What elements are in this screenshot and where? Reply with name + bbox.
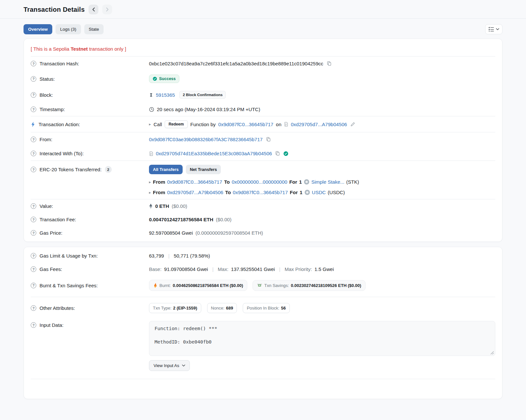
status-badge: Success (149, 75, 179, 83)
txn-type-key: Txn Type: (153, 306, 172, 311)
other-attributes-label: Other Attributes: (40, 305, 75, 311)
max-fee-key: Max: (218, 266, 229, 272)
transfer-to-link[interactable]: 0x9d087fC0...36645b717 (233, 190, 288, 195)
fire-icon (153, 283, 157, 288)
net-transfers-button[interactable]: Net Transfers (186, 165, 221, 174)
expand-caret-icon[interactable]: ▸ (149, 122, 151, 126)
copy-icon (266, 137, 271, 142)
row-transaction-hash: ? Transaction Hash: 0xbc1e023c07d18ea9a7… (31, 57, 495, 71)
help-icon: ? (31, 61, 36, 66)
page-title: Transaction Details (24, 6, 85, 13)
checklist-icon (488, 27, 494, 32)
gas-usage-value: 50,771 (79.58%) (174, 253, 210, 259)
action-contract-link[interactable]: 0xd29705d7...A79b04506 (291, 122, 347, 127)
input-data-label: Input Data: (40, 322, 63, 328)
burnt-value: 0.004625086218756584 ETH ($0.00) (173, 283, 243, 288)
txn-savings-value: 0.002302746218109526 ETH ($0.00) (291, 283, 361, 288)
copy-tx-hash-button[interactable] (326, 60, 332, 67)
row-other-attributes: ? Other Attributes: Txn Type: 2 (EIP-155… (31, 299, 495, 317)
token-icon (304, 190, 310, 195)
row-erc20-transfers: ? ERC-20 Tokens Transferred: 2 All Trans… (31, 161, 495, 199)
lightning-icon (31, 122, 35, 127)
tx-hash-label: Transaction Hash: (40, 61, 79, 66)
row-gas-price: ? Gas Price: 92.597008504 Gwei (0.000000… (31, 226, 495, 240)
from-address-link[interactable]: 0x9d087fC03ae39b088326b67fA3C788236645b7… (149, 137, 263, 142)
separator: | (167, 253, 171, 259)
copy-from-address-button[interactable] (265, 136, 271, 143)
overview-card: [ This is a Sepolia Testnet transaction … (24, 39, 502, 242)
divider (31, 379, 495, 379)
copy-icon (327, 61, 332, 66)
timestamp-value: 20 secs ago (May-16-2024 03:19:24 PM +UT… (157, 107, 260, 112)
help-icon: ? (31, 167, 36, 172)
verified-check-icon (283, 151, 288, 156)
all-transfers-button[interactable]: All Transfers (149, 165, 183, 174)
tab-logs[interactable]: Logs (3) (56, 24, 81, 34)
burnt-fee-badge: Burnt: 0.004625086218756584 ETH ($0.00) (149, 280, 247, 291)
token-name-link[interactable]: Simple Stake... (311, 179, 344, 185)
copy-to-address-button[interactable] (274, 150, 281, 157)
transfer-to-word: To (225, 190, 231, 195)
nonce-key: Nonce: (211, 306, 224, 311)
expand-caret-icon[interactable]: ▸ (149, 190, 151, 195)
view-input-as-label: View Input As (154, 363, 179, 368)
transfer-for-word: For (289, 179, 297, 185)
edit-note-button[interactable] (350, 121, 356, 127)
transfer-to-link[interactable]: 0x00000000...000000000 (232, 179, 287, 185)
display-options-button[interactable] (485, 24, 502, 34)
chevron-left-icon (92, 8, 95, 11)
transfer-to-word: To (224, 179, 230, 185)
tx-hash-value: 0xbc1e023c07d18ea9a7c2e6f331efc1a5a2a0b3… (149, 61, 323, 66)
row-input-data: ? Input Data: Function: redeem() *** Met… (31, 317, 495, 375)
expand-caret-icon[interactable]: ▸ (149, 180, 151, 184)
row-status: ? Status: Success (31, 71, 495, 87)
row-transaction-fee: ? Transaction Fee: 0.004701242718756584 … (31, 213, 495, 226)
status-badge-text: Success (159, 76, 176, 81)
chevron-down-icon (496, 28, 499, 30)
view-input-as-button[interactable]: View Input As (149, 360, 190, 371)
next-transaction-button[interactable] (102, 5, 112, 14)
transfer-row: ▸ From 0xd29705d7...A79b04506 To 0x9d087… (149, 190, 495, 195)
value-amount: 0 ETH (155, 203, 169, 209)
gas-price-label: Gas Price: (40, 230, 62, 236)
gas-fees-label: Gas Fees: (40, 266, 62, 272)
prev-transaction-button[interactable] (89, 5, 98, 14)
contract-icon (284, 122, 288, 127)
block-label: Block: (40, 92, 53, 98)
base-fee-value: 91.097008504 Gwei (164, 266, 208, 272)
burnt-key: Burnt: (159, 283, 171, 288)
chevron-right-icon (106, 8, 109, 11)
gas-price-amount: 92.597008504 Gwei (149, 230, 193, 236)
value-label: Value: (40, 203, 53, 209)
token-name-link[interactable]: USDC (312, 190, 326, 195)
transfer-from-link[interactable]: 0xd29705d7...A79b04506 (167, 190, 223, 195)
nonce-value: 689 (226, 306, 233, 311)
separator: | (211, 266, 215, 272)
tab-overview[interactable]: Overview (24, 24, 52, 34)
position-in-block-badge: Position In Block: 56 (243, 303, 289, 313)
details-card: ? Gas Limit & Usage by Txn: 63,799 | 50,… (24, 247, 502, 399)
transfer-from-link[interactable]: 0x9d087fC0...36645b717 (167, 179, 222, 185)
tab-state[interactable]: State (84, 24, 104, 34)
title-bar: Transaction Details (24, 0, 502, 18)
burnt-savings-label: Burnt & Txn Savings Fees: (40, 283, 98, 288)
action-from-link[interactable]: 0x9d087fC0...36645b717 (218, 122, 273, 127)
resize-handle[interactable] (490, 351, 494, 355)
transfer-from-word: From (153, 190, 165, 195)
input-data-line2: MethodID: 0xbe040fb0 (155, 339, 490, 344)
nonce-badge: Nonce: 689 (207, 303, 237, 313)
input-data-textarea[interactable]: Function: redeem() *** MethodID: 0xbe040… (149, 321, 495, 356)
testnet-warning-bold: Testnet (71, 46, 88, 52)
to-address-link[interactable]: 0xd29705d74d1Ea335bBede15E3c0803aA79b045… (156, 151, 272, 156)
token-symbol: (USDC) (328, 190, 345, 195)
tabs-row: Overview Logs (3) State (24, 24, 502, 34)
help-icon: ? (31, 230, 36, 236)
action-call-text: Call (154, 122, 162, 127)
txn-savings-key: Txn Savings: (264, 283, 289, 288)
clock-icon (149, 107, 154, 112)
row-transaction-action: Transaction Action: ▸ Call Redeem Functi… (31, 116, 495, 132)
testnet-warning-suffix: transaction only ] (88, 46, 126, 52)
block-number-link[interactable]: 5915365 (156, 92, 175, 98)
help-icon: ? (31, 107, 36, 112)
status-label: Status: (40, 76, 55, 82)
